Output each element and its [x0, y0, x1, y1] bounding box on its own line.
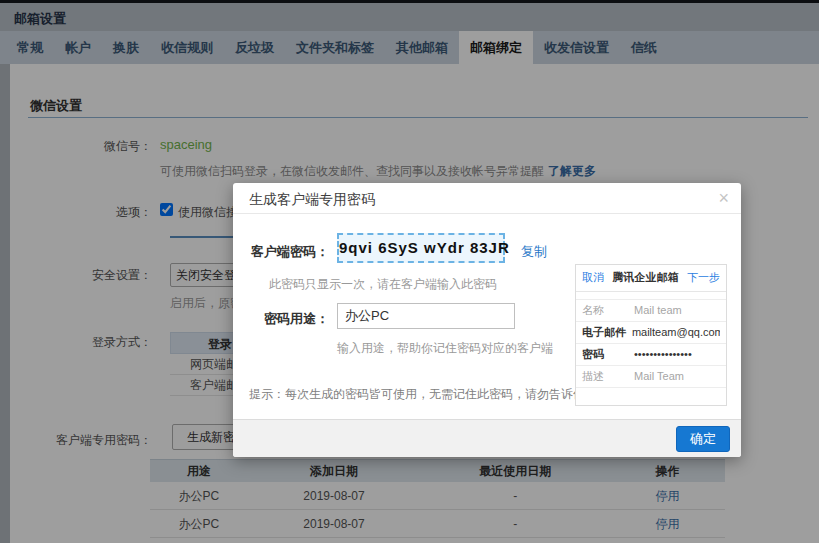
preview-next-link: 下一步	[687, 270, 720, 285]
modal-footer: 确定	[233, 419, 741, 457]
preview-field-value: Mail team	[634, 304, 682, 317]
generated-password-value: 9qvi 6SyS wYdr 83JR	[337, 233, 505, 263]
preview-fields: 名称 Mail team 电子邮件 mailteam@qq.com 密码 •••…	[576, 299, 726, 388]
preview-field-description: 描述 Mail Team	[576, 366, 726, 388]
preview-field-label: 描述	[582, 370, 634, 383]
mail-settings-page: 邮箱设置 常规 帐户 换肤 收信规则 反垃圾 文件夹和标签 其他邮箱 邮箱绑定 …	[0, 0, 819, 543]
modal-header: 生成客户端专用密码 ×	[233, 183, 741, 214]
preview-field-value: •••••••••••••••	[634, 348, 692, 361]
mail-client-preview: 取消 腾讯企业邮箱 下一步 名称 Mail team 电子邮件 mailteam…	[575, 264, 727, 406]
confirm-button[interactable]: 确定	[676, 426, 730, 452]
generate-password-modal: 生成客户端专用密码 × 客户端密码： 9qvi 6SyS wYdr 83JR 复…	[233, 183, 741, 457]
preview-header: 取消 腾讯企业邮箱 下一步	[576, 265, 726, 292]
close-icon[interactable]: ×	[718, 188, 729, 208]
preview-field-label: 电子邮件	[582, 326, 632, 339]
preview-cancel-link: 取消	[582, 270, 604, 285]
preview-title: 腾讯企业邮箱	[613, 270, 679, 285]
modal-body: 客户端密码： 9qvi 6SyS wYdr 83JR 复制 此密码只显示一次，请…	[233, 214, 741, 419]
password-purpose-label: 密码用途：	[237, 310, 329, 328]
preview-field-email: 电子邮件 mailteam@qq.com	[576, 322, 726, 344]
password-once-note: 此密码只显示一次，请在客户端输入此密码	[269, 276, 497, 293]
preview-field-password: 密码 •••••••••••••••	[576, 344, 726, 366]
preview-field-name: 名称 Mail team	[576, 300, 726, 322]
password-purpose-input[interactable]	[337, 303, 515, 329]
client-password-field-label: 客户端密码：	[237, 243, 329, 261]
modal-tip: 提示：每次生成的密码皆可使用，无需记住此密码，请勿告诉他人	[249, 386, 597, 403]
preview-field-value: mailteam@qq.com	[632, 326, 720, 339]
preview-field-label: 密码	[582, 348, 634, 361]
preview-field-label: 名称	[582, 304, 634, 317]
preview-field-value: Mail Team	[634, 370, 684, 383]
modal-title: 生成客户端专用密码	[249, 191, 375, 209]
password-purpose-help: 输入用途，帮助你记住密码对应的客户端	[337, 340, 553, 357]
copy-password-link[interactable]: 复制	[521, 243, 547, 261]
